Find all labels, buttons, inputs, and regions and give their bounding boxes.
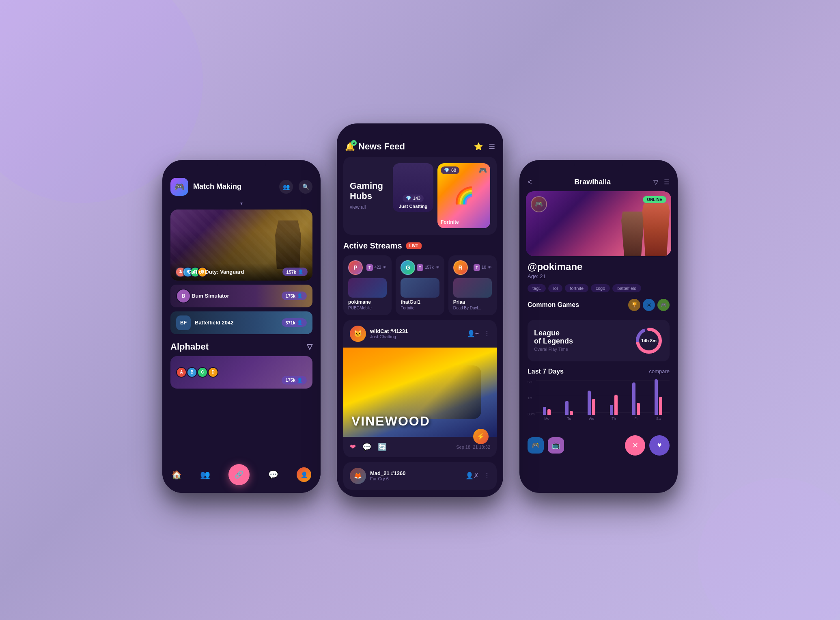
menu-icon[interactable]: ☰ (489, 142, 495, 151)
thatgui-view-count: 157k (425, 265, 434, 270)
streams-row: P T 422 👁 pokimane PUBGMobile G T (337, 255, 503, 320)
close-action-button[interactable]: ✕ (625, 435, 645, 456)
bar-th-blue (610, 405, 613, 415)
user-star-icon[interactable]: ⭐ (474, 142, 483, 151)
twitch-icon-1: T (366, 264, 373, 271)
bar-group-sa: Sa (647, 379, 670, 421)
mad21-name: Mad_21 #1260 (370, 470, 405, 476)
fortnite-hub[interactable]: 🌈 💎 68 🎮 Fortnite (437, 163, 490, 228)
back-button[interactable]: < (528, 178, 532, 186)
y-label-5h: 5H (528, 380, 532, 384)
priaa-name: Priaa (453, 299, 492, 305)
playstation-button[interactable]: 🎮 (528, 437, 544, 454)
thatgui-stream-card[interactable]: G T 157k 👁 thatGui1 Fortnite (396, 255, 444, 315)
search-icon[interactable]: 🔍 (299, 180, 312, 194)
view-all-link[interactable]: view all (350, 204, 383, 210)
filter-icon-right[interactable]: ▽ (653, 178, 658, 186)
priaa-view-count: 10 (482, 265, 486, 270)
comment-icon[interactable]: 💬 (362, 443, 371, 451)
gaming-hubs-cards: 💎 143 Just Chatting 🌈 💎 68 🎮 Fortnite (393, 163, 490, 228)
twitch-icon-2: T (417, 264, 423, 271)
nav-home[interactable]: 🏠 (172, 470, 182, 480)
tag-tag1[interactable]: tag1 (528, 284, 546, 292)
bum-sim-avatar: B (176, 289, 191, 303)
common-games-section: Common Games 🏆 ⚔ 🎮 (519, 297, 678, 320)
thatgui-card-top: G T 157k 👁 (401, 260, 439, 275)
nav-avatar[interactable]: 👤 (297, 467, 311, 482)
eye-icon-3: 👁 (488, 265, 492, 270)
settings-icon[interactable]: ☰ (664, 178, 670, 186)
pokimane-stream-card[interactable]: P T 422 👁 pokimane PUBGMobile (343, 255, 392, 315)
tag-csgo[interactable]: csgo (591, 284, 610, 292)
share-icon[interactable]: 🔄 (378, 443, 387, 451)
priaa-stream-card[interactable]: R T 10 👁 Priaa Dead By Dayl... (448, 255, 497, 315)
title-text: Match Making (193, 182, 241, 191)
just-chatting-hub[interactable]: 💎 143 Just Chatting (393, 163, 433, 212)
thatgui-avatar: G (401, 260, 415, 275)
chevron-down-icon: ▾ (240, 201, 243, 206)
heart-icon[interactable]: ❤ (350, 443, 356, 451)
fortnite-count-badge: 💎 68 (441, 166, 459, 174)
tag-battelfield[interactable]: battelfield (612, 284, 641, 292)
bar-tu-blue (565, 401, 569, 415)
wildcat-user: 🐱 wildCat #41231 Just Chatting (350, 326, 408, 342)
bar-we-pink (592, 399, 595, 415)
y-label-1h: 1H (528, 396, 532, 400)
bum-simulator-card[interactable]: B Bum Simulator 175k 👤 (170, 285, 312, 307)
right-header: < Brawlhalla ▽ ☰ (519, 171, 678, 191)
bar-mo-blue (543, 407, 546, 415)
nav-chat[interactable]: 💬 (268, 470, 278, 480)
nav-users[interactable]: 👥 (200, 470, 210, 480)
cod-banner-card[interactable]: A B C D 157k 👤 ⚔ Call of Duty: Vanguard (170, 210, 312, 281)
heart-action-button[interactable]: ♥ (649, 435, 670, 456)
filter-icon[interactable]: ▽ (307, 342, 312, 351)
profile-name: @pokimane (528, 261, 670, 272)
add-friend-icon[interactable]: 👤+ (467, 330, 479, 337)
brawlhalla-title: Brawlhalla (574, 178, 611, 186)
wildcat-avatar: 🐱 (350, 326, 366, 342)
last7-title: Last 7 Days (528, 368, 564, 375)
newsfeed-title: News Feed (358, 141, 405, 152)
twitch-button[interactable]: 📺 (548, 437, 564, 454)
bar-group-we: We (580, 391, 603, 421)
char-left (618, 212, 647, 256)
users-icon[interactable]: 👥 (279, 180, 293, 194)
right-header-icons: ▽ ☰ (653, 178, 670, 186)
center-notch (396, 123, 444, 135)
pokimane-avatar: P (348, 260, 363, 275)
pokimane-view-count: 422 (375, 265, 381, 270)
thatgui-game: Fortnite (401, 306, 439, 310)
fab-button[interactable]: 🔗 (228, 464, 250, 485)
bar-tu-pink (570, 411, 573, 415)
battlefield-card[interactable]: BF Battelfield 2042 571k 👤 (170, 311, 312, 334)
wildcat-post-actions: 👤+ ⋮ (467, 330, 490, 337)
alphabet-label: Alphabet (170, 341, 209, 352)
tags-row: tag1 lol fortnite csgo battelfield (519, 284, 678, 297)
mad21-follow-icon[interactable]: 👤✗ (465, 472, 479, 480)
priaa-card-top: R T 10 👁 (453, 260, 492, 275)
bat-title: Battelfield 2042 (195, 320, 233, 326)
profile-age: Age: 21 (528, 273, 670, 279)
bar-label-tu: Tu (567, 417, 571, 421)
center-header-left: 🔔 2 News Feed (345, 141, 405, 152)
right-notch (574, 160, 623, 171)
alph-icon: 👤 (297, 378, 303, 383)
profile-avatar-corner: 🎮 (531, 196, 547, 212)
compare-link[interactable]: compare (649, 368, 670, 374)
left-header: 🎮 Match Making 👥 🔍 (162, 171, 321, 199)
chevron-row: ▾ (162, 199, 321, 210)
post-fab-btn[interactable]: ⚡ (473, 429, 489, 444)
alph-viewers: 175k 👤 (282, 376, 307, 385)
alph-count: 175k (286, 378, 295, 382)
fortnite-label: Fortnite (441, 219, 459, 225)
tag-lol[interactable]: lol (548, 284, 562, 292)
mad21-more-icon[interactable]: ⋮ (484, 472, 490, 480)
tag-fortnite[interactable]: fortnite (565, 284, 588, 292)
bar-group-fr: Fr (625, 382, 647, 421)
alphabet-game-card[interactable]: A B C D 175k 👤 (170, 356, 312, 389)
bum-person-icon: 👤 (297, 293, 303, 298)
cod-game-title: Call of Duty: Vanguard (187, 269, 244, 275)
more-icon[interactable]: ⋮ (484, 330, 490, 337)
league-playtime-value: 14h 8m (641, 338, 657, 343)
eye-icon-1: 👁 (383, 265, 387, 270)
